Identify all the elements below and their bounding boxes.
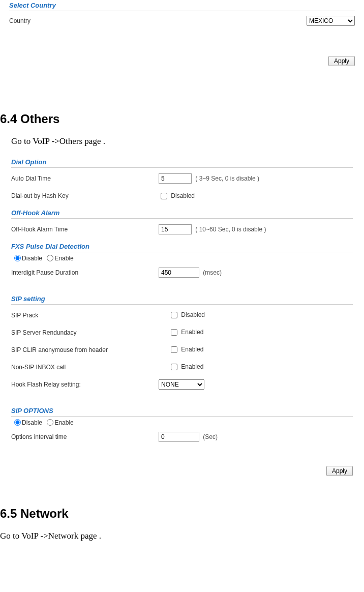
options-interval-note: (Sec) bbox=[203, 433, 218, 440]
text-others: Go to VoIP ->Others page . bbox=[11, 136, 364, 146]
apply-button[interactable]: Apply bbox=[328, 56, 355, 66]
options-interval-label: Options interval time bbox=[11, 433, 159, 440]
sip-clir-row: SIP CLIR anonymouse from header Enabled bbox=[11, 341, 353, 359]
interdigit-note: (msec) bbox=[203, 269, 222, 276]
dial-hash-text: Disabled bbox=[171, 192, 195, 199]
interdigit-input[interactable] bbox=[159, 268, 199, 278]
select-country-title: Select Country bbox=[9, 0, 355, 11]
hookflash-select[interactable]: NONE bbox=[159, 379, 204, 390]
offhook-alarm-row: Off-Hook Alarm Time ( 10~60 Sec, 0 is di… bbox=[11, 221, 353, 238]
sip-options-title: SIP OPTIONS bbox=[11, 405, 353, 417]
apply-row-2: Apply bbox=[0, 466, 353, 476]
sip-redundancy-row: SIP Server Rendundacy Enabled bbox=[11, 324, 353, 341]
sip-options-disable-label: Disable bbox=[22, 419, 42, 426]
offhook-alarm-label: Off-Hook Alarm Time bbox=[11, 226, 159, 233]
fxs-radio-group: Disable Enable bbox=[11, 254, 353, 262]
fxs-enable-radio[interactable] bbox=[47, 255, 53, 261]
country-select[interactable]: MEXICO bbox=[307, 16, 355, 26]
apply-row: Apply bbox=[0, 56, 355, 66]
country-row: Country MEXICO bbox=[9, 14, 355, 28]
offhook-alarm-input[interactable] bbox=[159, 224, 192, 234]
nonsip-checkbox[interactable] bbox=[171, 364, 177, 370]
auto-dial-input[interactable] bbox=[159, 173, 192, 184]
sip-prack-row: SIP Prack Disabled bbox=[11, 307, 353, 324]
select-country-panel: Select Country Country MEXICO Apply bbox=[0, 0, 364, 66]
options-interval-input[interactable] bbox=[159, 432, 199, 442]
interdigit-label: Interdigit Pause Duration bbox=[11, 269, 159, 276]
dial-hash-label: Dial-out by Hash Key bbox=[11, 192, 159, 199]
hookflash-row: Hook Flash Relay setting: NONE bbox=[11, 376, 353, 393]
nonsip-text: Enabled bbox=[181, 363, 203, 370]
sip-clir-label: SIP CLIR anonymouse from header bbox=[11, 346, 169, 353]
auto-dial-row: Auto Dial Time ( 3~9 Sec, 0 is disable ) bbox=[11, 170, 353, 187]
sip-options-enable-radio[interactable] bbox=[47, 419, 53, 426]
hookflash-label: Hook Flash Relay setting: bbox=[11, 381, 159, 388]
fxs-disable-label: Disable bbox=[22, 255, 42, 262]
others-panel: Dial Option Auto Dial Time ( 3~9 Sec, 0 … bbox=[0, 157, 364, 476]
sip-options-radio-group: Disable Enable bbox=[11, 419, 353, 426]
sip-prack-text: Disabled bbox=[181, 311, 205, 318]
text-network: Go to VoIP ->Network page . bbox=[0, 531, 364, 541]
sip-redundancy-label: SIP Server Rendundacy bbox=[11, 329, 169, 336]
auto-dial-note: ( 3~9 Sec, 0 is disable ) bbox=[195, 175, 259, 182]
interdigit-row: Interdigit Pause Duration (msec) bbox=[11, 264, 353, 281]
apply-button-2[interactable]: Apply bbox=[326, 466, 353, 476]
offhook-alarm-note: ( 10~60 Sec, 0 is disable ) bbox=[195, 226, 266, 233]
dial-option-title: Dial Option bbox=[11, 157, 353, 168]
sip-clir-text: Enabled bbox=[181, 346, 203, 353]
nonsip-label: Non-SIP INBOX call bbox=[11, 364, 169, 371]
heading-others: 6.4 Others bbox=[0, 112, 364, 126]
sip-options-enable-label: Enable bbox=[54, 419, 73, 426]
sip-setting-title: SIP setting bbox=[11, 293, 353, 305]
options-interval-row: Options interval time (Sec) bbox=[11, 428, 353, 446]
sip-clir-checkbox[interactable] bbox=[171, 346, 177, 353]
sip-redundancy-text: Enabled bbox=[181, 329, 203, 336]
fxs-title: FXS Pulse Dial Detection bbox=[11, 241, 353, 252]
nonsip-row: Non-SIP INBOX call Enabled bbox=[11, 359, 353, 376]
fxs-enable-label: Enable bbox=[54, 255, 73, 262]
heading-network: 6.5 Network bbox=[0, 507, 364, 521]
dial-hash-checkbox[interactable] bbox=[161, 193, 167, 199]
sip-prack-label: SIP Prack bbox=[11, 312, 169, 319]
country-label: Country bbox=[9, 17, 101, 24]
sip-options-disable-radio[interactable] bbox=[14, 419, 21, 426]
sip-prack-checkbox[interactable] bbox=[171, 312, 177, 318]
fxs-disable-radio[interactable] bbox=[14, 255, 21, 261]
sip-redundancy-checkbox[interactable] bbox=[171, 329, 177, 336]
offhook-title: Off-Hook Alarm bbox=[11, 208, 353, 219]
auto-dial-label: Auto Dial Time bbox=[11, 175, 159, 182]
dial-hash-row: Dial-out by Hash Key Disabled bbox=[11, 187, 353, 204]
